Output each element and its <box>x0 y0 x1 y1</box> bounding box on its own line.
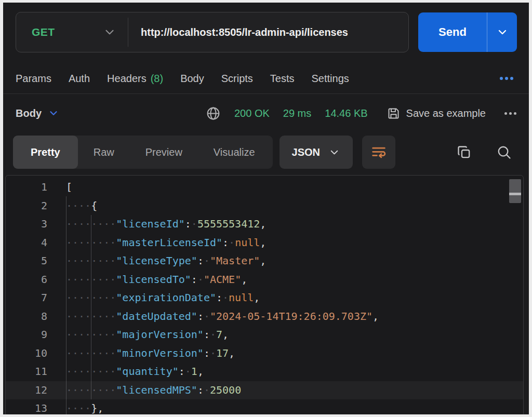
line-number: 5 <box>6 252 47 271</box>
response-time: 29 ms <box>283 107 311 119</box>
copy-icon[interactable] <box>456 144 472 160</box>
search-icon[interactable] <box>496 144 512 160</box>
more-options-icon[interactable] <box>497 74 516 83</box>
api-client-window: GET Send Params Auth Headers (8) Body Sc… <box>3 3 529 414</box>
tab-params[interactable]: Params <box>16 73 51 85</box>
code-lines: 1[2····{3········"licenseId":·5555553412… <box>6 178 523 414</box>
network-globe-icon <box>206 106 221 121</box>
response-size: 14.46 KB <box>325 107 367 119</box>
response-body-viewer: 1[2····{3········"licenseId":·5555553412… <box>5 175 524 414</box>
save-as-example-button[interactable]: Save as example <box>387 106 486 120</box>
line-number: 8 <box>6 307 47 326</box>
tab-label: Headers <box>107 73 147 85</box>
response-tool-icons <box>456 144 512 160</box>
line-number: 10 <box>6 344 47 363</box>
code-line: 3········"licenseId":·5555553412, <box>6 215 523 234</box>
tab-body[interactable]: Body <box>180 73 204 85</box>
method-dropdown[interactable]: GET <box>16 12 128 52</box>
tab-label: Scripts <box>221 73 253 85</box>
code-line: 13····}, <box>6 399 523 414</box>
tab-auth[interactable]: Auth <box>69 73 90 85</box>
screenshot-frame: GET Send Params Auth Headers (8) Body Sc… <box>0 0 532 417</box>
code-line: 7········"expirationDate":·null, <box>6 289 523 307</box>
response-toolbar: Pretty Raw Preview Visualize JSON <box>13 136 520 169</box>
code-line: 5········"licenseType":·"Master", <box>6 252 523 271</box>
format-label: JSON <box>292 146 320 158</box>
save-icon <box>387 106 401 120</box>
view-tab-pretty[interactable]: Pretty <box>13 136 78 169</box>
response-body-dropdown[interactable]: Body <box>16 107 59 119</box>
url-input[interactable] <box>128 12 408 52</box>
format-dropdown[interactable]: JSON <box>280 136 353 169</box>
line-number: 11 <box>6 362 47 381</box>
request-url-bar: GET <box>16 12 409 52</box>
tab-scripts[interactable]: Scripts <box>221 73 253 85</box>
line-number: 9 <box>6 326 47 344</box>
chevron-down-icon <box>103 25 116 39</box>
method-label: GET <box>32 26 55 38</box>
code-line: 11········"quantity":·1, <box>6 362 523 381</box>
line-number: 4 <box>6 234 47 252</box>
line-number: 12 <box>6 381 47 400</box>
code-line: 9········"majorVersion":·7, <box>6 326 523 344</box>
response-body-label: Body <box>16 107 42 119</box>
code-line: 4········"masterLicenseId":·null, <box>6 234 523 252</box>
divider <box>3 93 529 94</box>
chevron-down-icon <box>496 26 509 38</box>
scrollbar-thumb[interactable] <box>509 179 521 203</box>
response-more-options-icon[interactable] <box>501 109 520 118</box>
wrap-text-button[interactable] <box>362 136 395 169</box>
line-number: 2 <box>6 197 47 216</box>
send-split-button: Send <box>418 12 517 52</box>
line-number: 1 <box>6 178 47 197</box>
line-number: 13 <box>6 399 47 414</box>
code-line: 12········"licensedMPS":·25000 <box>6 381 523 400</box>
view-tab-visualize[interactable]: Visualize <box>198 136 271 169</box>
code-line: 8········"dateUpdated":·"2024-05-14T19:2… <box>6 307 523 326</box>
line-number: 7 <box>6 289 47 307</box>
view-tab-raw[interactable]: Raw <box>78 136 130 169</box>
wrap-text-icon <box>370 143 388 161</box>
save-as-example-label: Save as example <box>406 107 486 119</box>
tab-label: Auth <box>69 73 90 85</box>
tab-tests[interactable]: Tests <box>270 73 295 85</box>
tab-label: Body <box>180 73 204 85</box>
code-line: 6········"licensedTo":·"ACME", <box>6 271 523 289</box>
status-code: 200 OK <box>234 107 270 119</box>
request-tabs: Params Auth Headers (8) Body Scripts Tes… <box>16 64 516 93</box>
tab-label: Tests <box>270 73 295 85</box>
line-number: 6 <box>6 271 47 289</box>
send-button[interactable]: Send <box>418 12 487 52</box>
response-meta-bar: Body 200 OK 29 ms 14.46 KB Save as examp… <box>16 97 520 129</box>
line-number: 3 <box>6 215 47 234</box>
chevron-down-icon <box>48 107 59 119</box>
code-line: 10········"minorVersion":·17, <box>6 344 523 363</box>
tab-headers[interactable]: Headers (8) <box>107 73 163 85</box>
response-view-tabs: Pretty Raw Preview Visualize <box>13 136 273 169</box>
view-tab-preview[interactable]: Preview <box>130 136 198 169</box>
scrollbar <box>509 178 521 412</box>
code-line: 2····{ <box>6 197 523 216</box>
scrollbar-stripe <box>509 193 521 195</box>
tab-label: Params <box>16 73 51 85</box>
tab-label: Settings <box>312 73 349 85</box>
response-status-group: 200 OK 29 ms 14.46 KB Save as example <box>206 106 520 121</box>
code-line: 1[ <box>6 178 523 197</box>
tab-settings[interactable]: Settings <box>312 73 349 85</box>
headers-count-badge: (8) <box>151 73 163 85</box>
chevron-down-icon <box>328 146 340 158</box>
send-options-button[interactable] <box>487 12 517 52</box>
